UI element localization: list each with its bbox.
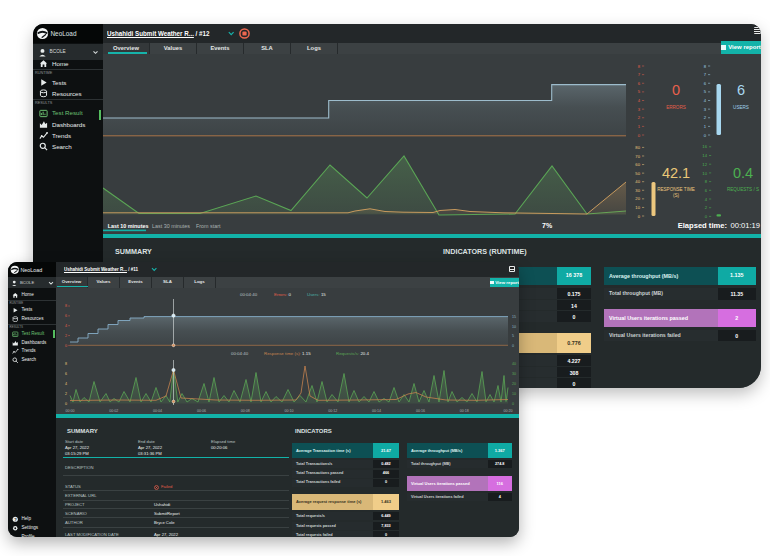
svg-text:6: 6 (65, 372, 67, 376)
svg-text:Requests/s: 20.4: Requests/s: 20.4 (336, 351, 370, 356)
svg-text:30: 30 (635, 188, 640, 193)
svg-text:?: ? (14, 517, 17, 522)
svg-text:00:02: 00:02 (109, 409, 118, 413)
svg-text:42.1: 42.1 (662, 165, 690, 181)
svg-text:NeoLoad: NeoLoad (20, 267, 42, 273)
svg-text:00:14: 00:14 (372, 409, 381, 413)
svg-text:6: 6 (65, 314, 67, 318)
svg-text:8: 8 (65, 362, 67, 366)
svg-text:6: 6 (737, 82, 745, 98)
svg-text:RESPONSE TIME: RESPONSE TIME (657, 187, 695, 192)
svg-text:Response time (s): 1.15: Response time (s): 1.15 (264, 351, 311, 356)
svg-text:10: 10 (635, 205, 640, 210)
svg-text:4: 4 (638, 98, 641, 103)
svg-text:0.4: 0.4 (733, 165, 753, 181)
svg-text:0: 0 (638, 214, 641, 219)
svg-text:00:00: 00:00 (66, 409, 75, 413)
svg-text:7: 7 (704, 72, 707, 77)
svg-text:40: 40 (512, 362, 516, 366)
svg-text:1: 1 (638, 124, 641, 129)
svg-text:00:06: 00:06 (197, 409, 206, 413)
svg-text:70: 70 (635, 154, 640, 159)
svg-text:2: 2 (704, 115, 707, 120)
svg-text:50: 50 (635, 171, 640, 176)
svg-text:0: 0 (704, 133, 707, 138)
svg-text:8: 8 (704, 64, 707, 69)
svg-text:7%: 7% (542, 222, 553, 229)
svg-text:8: 8 (65, 304, 67, 308)
svg-text:Last 30 minutes: Last 30 minutes (152, 223, 190, 229)
svg-text:4: 4 (65, 324, 67, 328)
svg-text:4: 4 (65, 382, 67, 386)
svg-text:30: 30 (512, 372, 516, 376)
svg-text:8: 8 (705, 179, 708, 184)
svg-text:From start: From start (196, 223, 221, 229)
svg-text:2: 2 (65, 392, 67, 396)
svg-text:00:04:40: 00:04:40 (231, 351, 249, 356)
svg-text:20: 20 (512, 382, 516, 386)
svg-text:5: 5 (704, 89, 707, 94)
svg-text:5: 5 (512, 334, 514, 338)
svg-text:0: 0 (672, 82, 680, 98)
svg-text:6: 6 (638, 81, 641, 86)
svg-text:0: 0 (705, 214, 708, 219)
svg-text:7: 7 (638, 72, 641, 77)
svg-text:00:16: 00:16 (416, 409, 425, 413)
svg-text:ERRORS: ERRORS (666, 105, 686, 110)
svg-text:10: 10 (702, 171, 707, 176)
svg-text:(S): (S) (673, 193, 680, 198)
svg-text:00:10: 00:10 (285, 409, 294, 413)
svg-text:8: 8 (638, 64, 641, 69)
svg-text:0: 0 (512, 344, 514, 348)
svg-text:USERS: USERS (733, 105, 749, 110)
svg-text:2: 2 (705, 205, 708, 210)
svg-text:2: 2 (65, 334, 67, 338)
svg-text:16: 16 (702, 144, 707, 149)
svg-text:0: 0 (65, 402, 67, 406)
svg-text:60: 60 (635, 162, 640, 167)
svg-text:4: 4 (704, 98, 707, 103)
svg-text:00:04: 00:04 (153, 409, 162, 413)
svg-text:3: 3 (638, 107, 641, 112)
svg-text:20: 20 (635, 196, 640, 201)
svg-text:5: 5 (638, 89, 641, 94)
svg-text:00:12: 00:12 (328, 409, 337, 413)
svg-text:4: 4 (705, 197, 708, 202)
svg-text:00:20: 00:20 (504, 409, 513, 413)
svg-text:NeoLoad: NeoLoad (51, 30, 77, 37)
svg-text:0: 0 (65, 344, 67, 348)
svg-text:14: 14 (702, 153, 707, 158)
svg-text:6: 6 (705, 188, 708, 193)
svg-text:10: 10 (512, 392, 516, 396)
svg-text:Users: 15: Users: 15 (307, 292, 326, 297)
svg-text:1: 1 (704, 124, 707, 129)
svg-text:Elapsed time:: Elapsed time: (678, 221, 727, 230)
svg-text:00:04:40: 00:04:40 (240, 292, 258, 297)
svg-text:10: 10 (512, 325, 516, 329)
svg-text:6: 6 (704, 81, 707, 86)
svg-text:00:18: 00:18 (460, 409, 469, 413)
svg-text:00:08: 00:08 (241, 409, 250, 413)
svg-text:0: 0 (638, 133, 641, 138)
svg-text:Last 10 minutes: Last 10 minutes (108, 223, 149, 229)
svg-text:40: 40 (635, 179, 640, 184)
svg-text:12: 12 (702, 162, 707, 167)
svg-text:3: 3 (704, 107, 707, 112)
svg-text:80: 80 (635, 145, 640, 150)
svg-text:2: 2 (638, 115, 641, 120)
svg-text:Errors: 0: Errors: 0 (274, 292, 291, 297)
svg-text:0: 0 (512, 402, 514, 406)
svg-text:15: 15 (512, 315, 516, 319)
svg-text:00:01:19: 00:01:19 (730, 221, 760, 230)
svg-text:REQUESTS / S: REQUESTS / S (727, 187, 759, 192)
